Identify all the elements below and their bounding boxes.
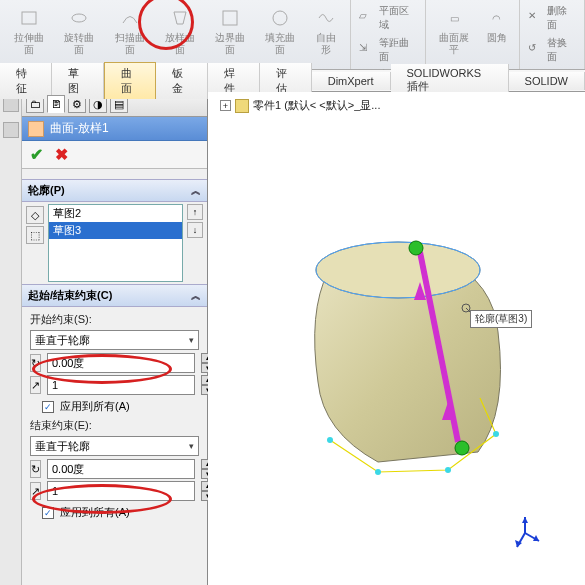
svg-point-14: [327, 437, 333, 443]
replace-icon: ↺: [528, 42, 543, 58]
svg-point-11: [375, 469, 381, 475]
fill-icon: [268, 6, 292, 30]
svg-rect-0: [22, 12, 36, 24]
tab-sketch[interactable]: 草图: [52, 63, 104, 99]
extrude-icon: [17, 6, 41, 30]
sweep-icon: [118, 6, 142, 30]
boundary-icon: [218, 6, 242, 30]
ribbon-group-flatten: ▭曲面展平 ◠圆角: [426, 0, 520, 69]
angle-icon: ↻: [30, 460, 41, 478]
replace-face-button[interactable]: ↺替换面: [524, 34, 580, 66]
profile-item-0[interactable]: 草图2: [49, 205, 182, 222]
start-constraint-label: 开始约束(S):: [30, 312, 92, 327]
svg-marker-20: [522, 517, 528, 523]
checkbox-icon: ✓: [42, 507, 54, 519]
fillet-icon: ◠: [485, 6, 509, 30]
end-constraint-dropdown[interactable]: 垂直于轮廓 ▾: [30, 436, 199, 456]
feature-tree-root[interactable]: + 零件1 (默认< <默认>_显...: [220, 98, 380, 113]
profile-list[interactable]: 草图2 草图3: [48, 204, 183, 282]
svg-point-9: [409, 241, 423, 255]
svg-point-13: [493, 431, 499, 437]
end-angle-input[interactable]: [47, 459, 195, 479]
loft-icon: [168, 6, 192, 30]
freeform-button[interactable]: 自由形: [306, 2, 347, 67]
profile-section-header[interactable]: 轮廓(P)︽: [22, 179, 207, 202]
strip-button-2[interactable]: [3, 122, 19, 138]
revolve-surface-button[interactable]: 旋转曲面: [54, 2, 104, 67]
move-down-button[interactable]: ↓: [187, 222, 203, 238]
collapse-icon: ︽: [191, 289, 201, 303]
chevron-down-icon: ▾: [189, 335, 194, 345]
loft-surface-button[interactable]: 放样曲面: [155, 2, 205, 67]
svg-point-1: [72, 14, 86, 22]
angle-icon: ↻: [30, 354, 41, 372]
checkbox-icon: ✓: [42, 401, 54, 413]
left-toolbar-strip: [0, 92, 22, 585]
offset-icon: ⇲: [359, 42, 374, 58]
collapse-icon: ︽: [191, 184, 201, 198]
apply-all-b-checkbox[interactable]: ✓ 应用到所有(A): [42, 505, 187, 520]
part-icon: [235, 99, 249, 113]
tab-features[interactable]: 特征: [0, 63, 52, 99]
length-icon: ↗: [30, 376, 41, 394]
pm-tab-property[interactable]: 🖹: [47, 95, 65, 113]
chevron-down-icon: ▾: [189, 441, 194, 451]
start-angle-input[interactable]: [47, 353, 195, 373]
profile-item-1[interactable]: 草图3: [49, 222, 182, 239]
apply-all-a-checkbox[interactable]: ✓ 应用到所有(A): [42, 399, 187, 414]
ribbon-group-face: ✕删除面 ↺替换面: [520, 0, 585, 69]
planar-region-button[interactable]: ▱平面区域: [355, 2, 421, 34]
delete-icon: ✕: [528, 10, 543, 26]
tab-solidworks[interactable]: SOLIDW: [509, 72, 585, 90]
fill-surface-button[interactable]: 填充曲面: [255, 2, 305, 67]
start-length-input[interactable]: [47, 375, 195, 395]
revolve-icon: [67, 6, 91, 30]
freeform-icon: [314, 6, 338, 30]
command-manager-tabs: 特征 草图 曲面 钣金 焊件 评估 DimXpert SOLIDWORKS 插件…: [0, 70, 585, 92]
flatten-icon: ▭: [442, 6, 466, 30]
graphics-viewport[interactable]: + 零件1 (默认< <默认>_显...: [208, 92, 585, 585]
pm-ok-cancel-row: ✔ ✖: [22, 141, 207, 169]
expand-icon[interactable]: +: [220, 100, 231, 111]
sweep-surface-button[interactable]: 扫描曲面: [105, 2, 155, 67]
svg-point-10: [455, 441, 469, 455]
delete-face-button[interactable]: ✕删除面: [524, 2, 580, 34]
pm-feature-title: 曲面-放样1: [22, 117, 207, 141]
svg-point-12: [445, 467, 451, 473]
constraint-section-header[interactable]: 起始/结束约束(C)︽: [22, 284, 207, 307]
ok-button[interactable]: ✔: [30, 145, 43, 164]
start-constraint-dropdown[interactable]: 垂直于轮廓 ▾: [30, 330, 199, 350]
end-constraint-label: 结束约束(E):: [30, 418, 92, 433]
move-up-button[interactable]: ↑: [187, 204, 203, 220]
profile-callout: 轮廓(草图3): [470, 310, 532, 328]
cancel-button[interactable]: ✖: [55, 145, 68, 164]
loft-feature-icon: [28, 121, 44, 137]
profile-select-icon[interactable]: ◇: [26, 206, 44, 224]
end-length-input[interactable]: [47, 481, 195, 501]
boundary-surface-button[interactable]: 边界曲面: [205, 2, 255, 67]
profile-group-icon[interactable]: ⬚: [26, 226, 44, 244]
extrude-surface-button[interactable]: 拉伸曲面: [4, 2, 54, 67]
tab-dimxpert[interactable]: DimXpert: [312, 72, 391, 90]
property-manager-panel: 🗀 🖹 ⚙ ◑ ▤ 曲面-放样1 ✔ ✖ 轮廓(P)︽ ◇ ⬚: [22, 92, 208, 585]
tab-surface[interactable]: 曲面: [104, 62, 157, 99]
ribbon-toolbar: 拉伸曲面 旋转曲面 扫描曲面 放样曲面 边界曲面 填充曲面 自由形 ▱平面区域 …: [0, 0, 585, 70]
ribbon-group-planar: ▱平面区域 ⇲等距曲面 ≡直纹曲面: [351, 0, 426, 69]
orientation-triad-icon[interactable]: [505, 513, 545, 553]
offset-surface-button[interactable]: ⇲等距曲面: [355, 34, 421, 66]
ribbon-group-surface: 拉伸曲面 旋转曲面 扫描曲面 放样曲面 边界曲面 填充曲面 自由形: [0, 0, 351, 69]
planar-icon: ▱: [359, 10, 374, 26]
length-icon: ↗: [30, 482, 41, 500]
flatten-surface-button[interactable]: ▭曲面展平: [430, 2, 479, 67]
tab-sheetmetal[interactable]: 钣金: [156, 63, 208, 99]
svg-rect-2: [223, 11, 237, 25]
fillet-button[interactable]: ◠圆角: [479, 2, 515, 67]
svg-point-3: [273, 11, 287, 25]
